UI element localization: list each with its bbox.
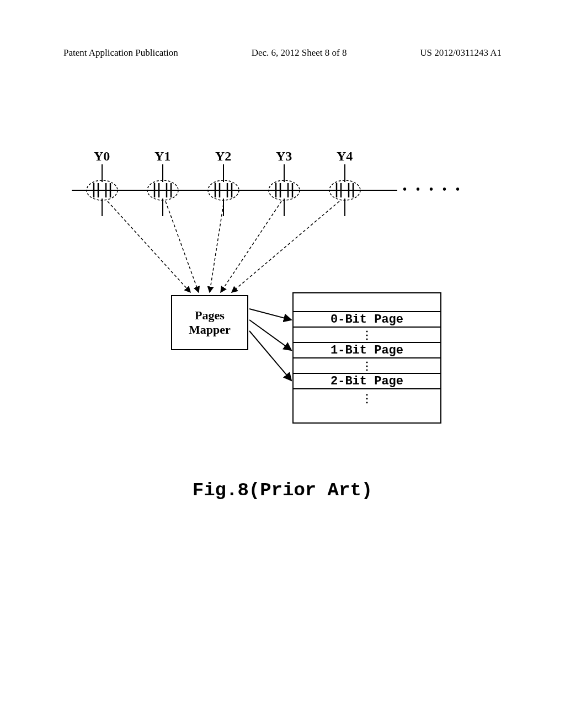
page-row-1bit: 1-Bit Page bbox=[294, 343, 440, 358]
page-row-blank-top bbox=[294, 293, 440, 312]
header-left: Patent Application Publication bbox=[63, 47, 178, 58]
svg-line-47 bbox=[108, 201, 190, 292]
svg-line-51 bbox=[232, 201, 339, 292]
page-table: 0-Bit Page ⋮ 1-Bit Page ⋮ 2-Bit Page ⋮ bbox=[292, 292, 441, 424]
page-header: Patent Application Publication Dec. 6, 2… bbox=[63, 47, 502, 58]
header-center: Dec. 6, 2012 Sheet 8 of 8 bbox=[252, 47, 347, 58]
svg-line-48 bbox=[166, 201, 199, 292]
page-row-dots-0: ⋮ bbox=[294, 328, 440, 343]
diagram-container: Y0 Y1 Y2 Y3 Y4 • • • • • bbox=[72, 149, 502, 491]
mapper-label-2: Mapper bbox=[189, 323, 231, 337]
page-row-dots-2: ⋮ bbox=[294, 389, 440, 422]
pages-mapper-box: Pages Mapper bbox=[171, 295, 248, 350]
svg-line-50 bbox=[221, 201, 281, 292]
svg-line-49 bbox=[210, 204, 223, 292]
svg-line-52 bbox=[249, 309, 291, 320]
svg-line-53 bbox=[249, 320, 291, 350]
header-right: US 2012/0311243 A1 bbox=[420, 47, 502, 58]
page-row-2bit: 2-Bit Page bbox=[294, 374, 440, 389]
mapper-label-1: Pages bbox=[195, 308, 225, 323]
page-row-0bit: 0-Bit Page bbox=[294, 312, 440, 328]
svg-line-54 bbox=[249, 331, 291, 381]
figure-caption: Fig.8(Prior Art) bbox=[0, 480, 565, 501]
page-row-dots-1: ⋮ bbox=[294, 358, 440, 374]
